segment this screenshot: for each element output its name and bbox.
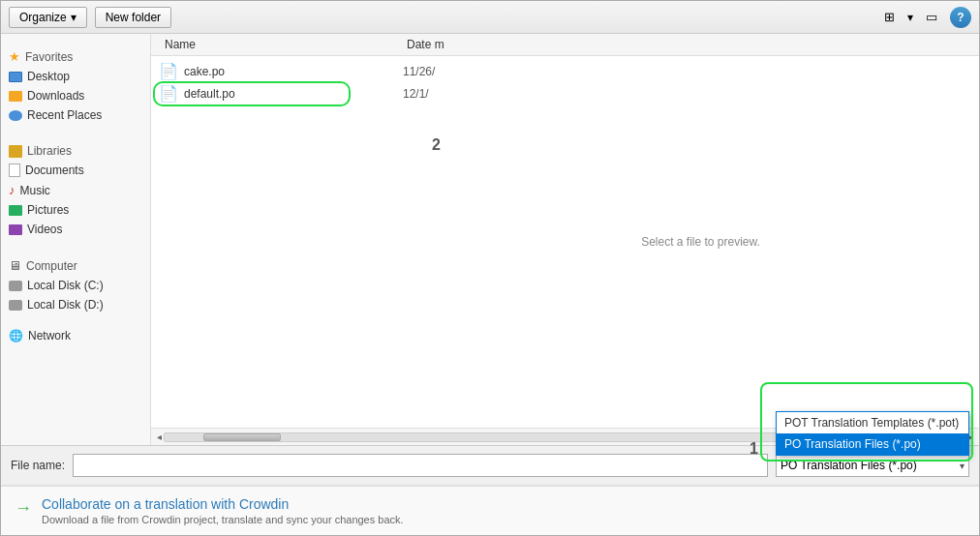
favorites-section: ★ Favorites Desktop Downloads Recent Pla… [1, 42, 150, 125]
sidebar-libraries-header: Libraries [1, 136, 150, 161]
network-icon: 🌐 [9, 329, 23, 342]
col-date[interactable]: Date m [401, 34, 450, 55]
sidebar-item-music[interactable]: ♪ Music [1, 180, 150, 200]
organize-chevron-icon: ▾ [71, 11, 77, 24]
star-icon: ★ [9, 49, 20, 64]
local-disk-c-icon [9, 281, 22, 291]
downloads-icon [9, 91, 22, 102]
filename-label: File name: [11, 459, 65, 472]
sidebar-item-documents[interactable]: Documents [1, 161, 150, 180]
dropdown-arrow-icon: ▾ [960, 461, 965, 471]
file-name: default.po [184, 87, 397, 101]
libraries-section: Libraries Documents ♪ Music Pictures Vid… [1, 136, 150, 239]
sidebar-item-network[interactable]: 🌐 Network [1, 326, 150, 345]
recent-places-icon [9, 110, 22, 121]
preview-text: Select a file to preview. [641, 235, 760, 249]
recent-places-label: Recent Places [27, 108, 102, 122]
new-folder-button[interactable]: New folder [95, 7, 171, 28]
view-list-icon: ⊞ [884, 10, 895, 24]
crowdin-title[interactable]: Collaborate on a translation with Crowdi… [42, 496, 404, 512]
sidebar-item-local-disk-c[interactable]: Local Disk (C:) [1, 276, 150, 295]
view-list-button[interactable]: ⊞ [877, 6, 902, 28]
documents-icon [9, 164, 20, 177]
videos-label: Videos [27, 223, 62, 236]
new-folder-label: New folder [106, 11, 161, 24]
local-disk-c-label: Local Disk (C:) [27, 279, 104, 292]
view-details-button[interactable]: ▭ [919, 6, 944, 28]
sidebar-item-desktop[interactable]: Desktop [1, 67, 150, 86]
col-name[interactable]: Name [159, 34, 401, 55]
local-disk-d-icon [9, 300, 22, 311]
sidebar: ★ Favorites Desktop Downloads Recent Pla… [1, 34, 151, 445]
file-header: Name Date m [151, 34, 979, 56]
help-icon: ? [957, 11, 964, 24]
library-icon [9, 145, 22, 158]
organize-label: Organize [19, 11, 67, 24]
scroll-left-icon[interactable]: ◂ [155, 432, 164, 442]
toolbar: Organize ▾ New folder ⊞ ▾ ▭ ? [1, 1, 979, 34]
downloads-label: Downloads [27, 89, 84, 103]
crowdin-text-block: Collaborate on a translation with Crowdi… [42, 496, 404, 525]
file-area: Name Date m 2 📄 cake.po 11/26/ 📄 default… [151, 34, 979, 445]
view-chevron-icon: ▾ [907, 11, 913, 24]
sidebar-computer-header: 🖥 Computer [1, 251, 150, 276]
filetype-selected-label: PO Translation Files (*.po) [781, 459, 917, 472]
music-icon: ♪ [9, 183, 15, 197]
desktop-icon [9, 72, 22, 82]
videos-icon [9, 224, 22, 235]
file-name: cake.po [184, 65, 397, 78]
filetype-dropdown-popup: POT Translation Templates (*.pot) PO Tra… [776, 411, 969, 456]
file-icon: 📄 [159, 84, 178, 103]
libraries-label: Libraries [27, 144, 72, 158]
sidebar-divider-3 [1, 318, 150, 326]
computer-icon: 🖥 [9, 258, 21, 273]
file-list: 2 📄 cake.po 11/26/ 📄 default.po 12/1/ Se… [151, 56, 979, 428]
computer-section: 🖥 Computer Local Disk (C:) Local Disk (D… [1, 251, 150, 314]
sidebar-item-recent-places[interactable]: Recent Places [1, 105, 150, 125]
pictures-label: Pictures [27, 203, 69, 217]
filetype-dropdown[interactable]: PO Translation Files (*.po) ▾ [776, 454, 969, 477]
crowdin-subtitle: Download a file from Crowdin project, tr… [42, 514, 404, 525]
organize-button[interactable]: Organize ▾ [9, 7, 87, 28]
label-2: 2 [432, 136, 441, 154]
music-label: Music [20, 184, 50, 197]
sidebar-item-local-disk-d[interactable]: Local Disk (D:) [1, 295, 150, 314]
preview-area: Select a file to preview. [422, 56, 979, 428]
crowdin-arrow-icon: → [15, 498, 32, 519]
view-details-icon: ▭ [926, 10, 937, 24]
main-area: ★ Favorites Desktop Downloads Recent Pla… [1, 34, 979, 445]
sidebar-favorites-header: ★ Favorites [1, 42, 150, 67]
documents-label: Documents [25, 164, 84, 177]
sidebar-divider-1 [1, 129, 150, 136]
pictures-icon [9, 205, 22, 216]
dropdown-option-pot-label: POT Translation Templates (*.pot) [784, 416, 959, 430]
toolbar-right: ⊞ ▾ ▭ ? [877, 6, 971, 28]
filename-input[interactable] [73, 454, 768, 477]
crowdin-bar: → Collaborate on a translation with Crow… [1, 485, 979, 535]
bottom-bar: File name: PO Translation Files (*.po) ▾… [1, 445, 979, 485]
favorites-label: Favorites [25, 50, 73, 64]
sidebar-item-downloads[interactable]: Downloads [1, 86, 150, 105]
dropdown-option-po-label: PO Translation Files (*.po) [784, 437, 921, 451]
file-icon: 📄 [159, 62, 178, 80]
network-label: Network [28, 329, 71, 342]
network-section: 🌐 Network [1, 326, 150, 345]
sidebar-item-videos[interactable]: Videos [1, 220, 150, 239]
label-1: 1 [750, 440, 758, 458]
dropdown-option-pot[interactable]: POT Translation Templates (*.pot) [777, 412, 968, 433]
scrollbar-thumb[interactable] [203, 433, 281, 441]
local-disk-d-label: Local Disk (D:) [27, 298, 104, 312]
dropdown-option-po[interactable]: PO Translation Files (*.po) [777, 433, 968, 455]
help-button[interactable]: ? [950, 7, 971, 28]
desktop-label: Desktop [27, 70, 70, 83]
file-dialog-window: Organize ▾ New folder ⊞ ▾ ▭ ? ★ [0, 0, 980, 536]
computer-label: Computer [26, 259, 77, 273]
sidebar-item-pictures[interactable]: Pictures [1, 200, 150, 220]
sidebar-divider-2 [1, 243, 150, 251]
